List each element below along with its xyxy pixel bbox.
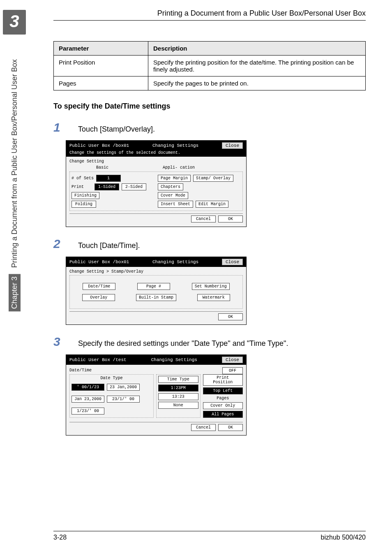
scr1-sets-label: # of Sets bbox=[71, 176, 94, 181]
td-print-position: Print Position bbox=[54, 56, 148, 76]
scr3-top-left-button[interactable]: Top Left bbox=[203, 387, 243, 394]
td-pages: Pages bbox=[54, 76, 148, 90]
scr3-date-5-button[interactable]: 1/23/' 00 bbox=[71, 408, 104, 415]
parameter-table: Parameter Description Print Position Spe… bbox=[53, 41, 366, 90]
scr2-overlay-button[interactable]: Overlay bbox=[82, 294, 115, 301]
section-heading: To specify the Date/Time settings bbox=[53, 102, 366, 111]
scr3-title: Public User Box /test bbox=[69, 357, 127, 362]
scr3-ok-button[interactable]: OK bbox=[218, 424, 243, 431]
scr1-chapters-button[interactable]: Chapters bbox=[158, 183, 183, 190]
scr3-date-3-button[interactable]: Jan 23,2000 bbox=[71, 396, 104, 403]
scr1-basic-tab[interactable]: Basic bbox=[69, 165, 135, 170]
scr2-page-num-button[interactable]: Page # bbox=[137, 283, 170, 290]
step-1-text: Touch [Stamp/Overlay]. bbox=[78, 125, 155, 134]
footer-page-number: 3-28 bbox=[53, 534, 67, 541]
scr1-insert-sheet-button[interactable]: Insert Sheet bbox=[158, 201, 193, 208]
scr1-stamp-overlay-button[interactable]: Stamp/ Overlay bbox=[193, 175, 233, 182]
scr3-date-type-label: Date Type bbox=[71, 376, 152, 380]
side-vertical-label: Chapter 3 Printing a Document from a Pub… bbox=[9, 59, 21, 311]
side-title-label: Printing a Document from a Public User B… bbox=[10, 59, 18, 268]
scr3-off-button[interactable]: OFF bbox=[222, 367, 243, 374]
scr1-close-button[interactable]: Close bbox=[222, 142, 243, 149]
scr2-breadcrumb: Change Setting > Stamp/Overlay bbox=[69, 269, 243, 274]
scr3-print-position-label: Print Position bbox=[203, 374, 243, 386]
scr3-time-3-button[interactable]: None bbox=[158, 402, 198, 409]
step-3-text: Specify the desired settings under "Date… bbox=[78, 339, 288, 348]
scr3-all-pages-button[interactable]: All Pages bbox=[203, 411, 243, 418]
scr3-date-4-button[interactable]: 23/1/' 00 bbox=[107, 396, 140, 403]
scr3-heading: Date/Time bbox=[69, 368, 92, 373]
step-3-number: 3 bbox=[53, 335, 78, 349]
scr3-time-type-label: Time Type bbox=[158, 376, 198, 383]
scr3-cancel-button[interactable]: Cancel bbox=[191, 424, 216, 431]
scr2-builtin-stamp-button[interactable]: Built-in Stamp bbox=[136, 294, 176, 301]
scr2-ok-button[interactable]: OK bbox=[218, 313, 243, 320]
scr1-cover-mode-button[interactable]: Cover Mode bbox=[158, 192, 188, 199]
scr3-pages-label: Pages bbox=[203, 396, 243, 401]
scr1-edit-margin-button[interactable]: Edit Margin bbox=[196, 201, 228, 208]
scr1-ok-button[interactable]: OK bbox=[218, 215, 243, 222]
scr1-cancel-button[interactable]: Cancel bbox=[191, 215, 216, 222]
scr1-print-label: Print bbox=[71, 185, 92, 189]
scr3-time-1-button[interactable]: 1:23PM bbox=[158, 385, 198, 392]
scr1-message: Change the settings of the selected docu… bbox=[66, 151, 246, 157]
td-pages-desc: Specify the pages to be printed on. bbox=[148, 76, 366, 90]
scr3-cover-only-button[interactable]: Cover Only bbox=[203, 402, 243, 409]
footer-model: bizhub 500/420 bbox=[321, 534, 366, 541]
th-parameter: Parameter bbox=[54, 42, 148, 56]
scr3-date-1-button[interactable]: ' 00/1/23 bbox=[71, 384, 104, 391]
scr2-subtitle: Changing Settings bbox=[152, 259, 198, 264]
scr2-close-button[interactable]: Close bbox=[222, 259, 243, 265]
scr1-application-tab[interactable]: Appli- cation bbox=[138, 165, 220, 170]
side-chapter-label: Chapter 3 bbox=[9, 274, 21, 311]
td-print-position-desc: Specify the printing position for the da… bbox=[148, 56, 366, 76]
scr1-subtitle: Changing Settings bbox=[152, 143, 198, 148]
scr1-sets-value[interactable]: 1 bbox=[96, 175, 121, 182]
screenshot-3: Public User Box /test Changing Settings … bbox=[66, 354, 247, 436]
scr2-set-numbering-button[interactable]: Set Numbering bbox=[192, 283, 230, 290]
th-description: Description bbox=[148, 42, 366, 56]
scr3-subtitle: Changing Settings bbox=[151, 357, 197, 362]
scr1-2sided-button[interactable]: 2-Sided bbox=[122, 183, 146, 190]
scr1-1sided-button[interactable]: 1-Sided bbox=[95, 183, 119, 190]
scr2-date-time-button[interactable]: Date/Time bbox=[83, 283, 115, 290]
chapter-number-badge: 3 bbox=[3, 10, 25, 35]
scr3-close-button[interactable]: Close bbox=[222, 357, 243, 363]
scr1-change-setting-label: Change Setting bbox=[69, 159, 243, 164]
screenshot-1: Public User Box /box01 Changing Settings… bbox=[66, 140, 247, 227]
scr1-title: Public User Box /box01 bbox=[69, 143, 129, 148]
scr1-finishing-button[interactable]: Finishing bbox=[71, 192, 99, 199]
scr2-watermark-button[interactable]: Watermark bbox=[197, 294, 230, 301]
step-2-number: 2 bbox=[53, 237, 78, 251]
scr3-time-2-button[interactable]: 13:23 bbox=[158, 393, 198, 400]
screenshot-2: Public User Box /box01 Changing Settings… bbox=[66, 257, 247, 325]
scr2-title: Public User Box /box01 bbox=[69, 259, 129, 264]
scr1-page-margin-button[interactable]: Page Margin bbox=[158, 175, 191, 182]
step-2-text: Touch [Date/Time]. bbox=[78, 241, 140, 250]
scr1-folding-button[interactable]: Folding bbox=[71, 201, 96, 208]
page-title: Printing a Document from a Public User B… bbox=[157, 9, 366, 18]
scr3-date-2-button[interactable]: 23 Jan,2000 bbox=[107, 384, 140, 391]
step-1-number: 1 bbox=[53, 120, 78, 134]
